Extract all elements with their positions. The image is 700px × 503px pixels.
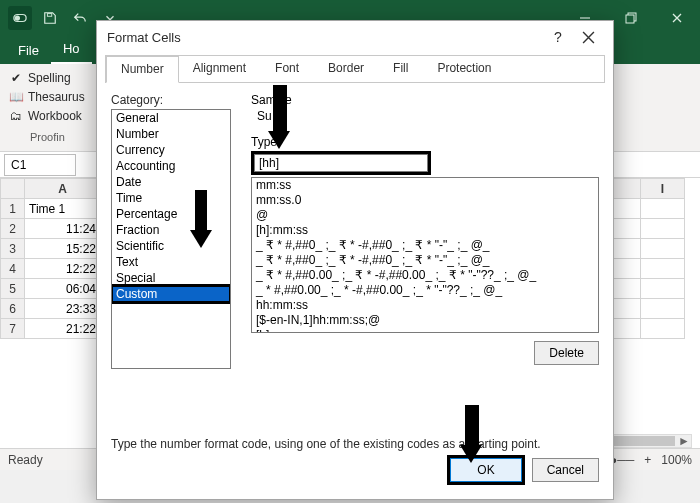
spelling-button[interactable]: ✔Spelling <box>8 70 71 86</box>
dialog-title: Format Cells <box>107 30 181 45</box>
category-item[interactable]: Currency <box>112 142 230 158</box>
format-item[interactable]: mm:ss <box>254 178 596 193</box>
category-item[interactable]: Number <box>112 126 230 142</box>
col-header-a[interactable]: A <box>25 179 101 199</box>
dlg-tab-border[interactable]: Border <box>314 56 379 82</box>
format-item[interactable]: [h]:mm; <box>254 328 596 333</box>
dlg-tab-number[interactable]: Number <box>106 56 179 83</box>
category-item[interactable]: Accounting <box>112 158 230 174</box>
row-header[interactable]: 1 <box>1 199 25 219</box>
dlg-tab-protection[interactable]: Protection <box>423 56 506 82</box>
cancel-button[interactable]: Cancel <box>532 458 599 482</box>
type-input[interactable] <box>254 154 428 172</box>
dialog-tabs: Number Alignment Font Border Fill Protec… <box>105 55 605 83</box>
format-item[interactable]: _ ₹ * #,##0.00_ ;_ ₹ * -#,##0.00_ ;_ ₹ *… <box>254 268 596 283</box>
save-icon[interactable] <box>38 6 62 30</box>
category-item[interactable]: Scientific <box>112 238 230 254</box>
category-label: Category: <box>111 93 231 107</box>
col-header-i[interactable]: I <box>641 179 685 199</box>
dlg-tab-alignment[interactable]: Alignment <box>179 56 261 82</box>
ribbon-group-label: Proofin <box>30 131 65 143</box>
zoom-value: 100% <box>661 453 692 467</box>
category-item[interactable]: General <box>112 110 230 126</box>
scroll-right-icon[interactable]: ► <box>677 435 691 447</box>
category-item[interactable]: Percentage <box>112 206 230 222</box>
undo-icon[interactable] <box>68 6 92 30</box>
autosave-toggle[interactable] <box>8 6 32 30</box>
category-item[interactable]: Special <box>112 270 230 286</box>
category-item[interactable]: Time <box>112 190 230 206</box>
format-item[interactable]: _ ₹ * #,##0_ ;_ ₹ * -#,##0_ ;_ ₹ * "-"_ … <box>254 238 596 253</box>
sample-value: Su <box>257 109 599 123</box>
window-close-icon[interactable] <box>654 0 700 36</box>
hint-text: Type the number format code, using one o… <box>97 437 613 451</box>
svg-rect-5 <box>626 15 634 23</box>
format-item[interactable]: @ <box>254 208 596 223</box>
cell[interactable]: Time 1 <box>25 199 101 219</box>
thesaurus-button[interactable]: 📖Thesaurus <box>8 89 85 105</box>
dlg-tab-font[interactable]: Font <box>261 56 314 82</box>
format-code-list[interactable]: mm:ss mm:ss.0 @ [h]:mm:ss _ ₹ * #,##0_ ;… <box>251 177 599 333</box>
sample-label: Sample <box>251 93 599 107</box>
category-item[interactable]: Text <box>112 254 230 270</box>
tab-file[interactable]: File <box>6 39 51 64</box>
dlg-tab-fill[interactable]: Fill <box>379 56 423 82</box>
status-ready: Ready <box>8 453 43 467</box>
name-box[interactable]: C1 <box>4 154 76 176</box>
type-label: Type: <box>251 135 599 149</box>
tab-home[interactable]: Ho <box>51 37 92 64</box>
category-list[interactable]: General Number Currency Accounting Date … <box>111 109 231 369</box>
format-item[interactable]: _ ₹ * #,##0_ ;_ ₹ * -#,##0_ ;_ ₹ * "-"_ … <box>254 253 596 268</box>
format-item[interactable]: hh:mm:ss <box>254 298 596 313</box>
ok-button[interactable]: OK <box>450 458 521 482</box>
svg-point-1 <box>15 15 20 20</box>
thesaurus-label: Thesaurus <box>28 90 85 104</box>
category-item[interactable]: Date <box>112 174 230 190</box>
category-item[interactable]: Fraction <box>112 222 230 238</box>
format-item[interactable]: [h]:mm:ss <box>254 223 596 238</box>
dialog-help-icon[interactable]: ? <box>545 24 571 50</box>
format-item[interactable]: _ * #,##0.00_ ;_ * -#,##0.00_ ;_ * "-"??… <box>254 283 596 298</box>
window-restore-icon[interactable] <box>608 0 654 36</box>
delete-button[interactable]: Delete <box>534 341 599 365</box>
format-cells-dialog: Format Cells ? Number Alignment Font Bor… <box>96 20 614 500</box>
format-item[interactable]: [$-en-IN,1]hh:mm:ss;@ <box>254 313 596 328</box>
dialog-close-icon[interactable] <box>571 24 605 50</box>
format-item[interactable]: mm:ss.0 <box>254 193 596 208</box>
workbook-label: Workbook <box>28 109 82 123</box>
spelling-label: Spelling <box>28 71 71 85</box>
category-item-custom[interactable]: Custom <box>112 286 230 302</box>
svg-rect-2 <box>47 14 51 17</box>
workbook-stats-button[interactable]: 🗂Workbook <box>8 108 82 124</box>
